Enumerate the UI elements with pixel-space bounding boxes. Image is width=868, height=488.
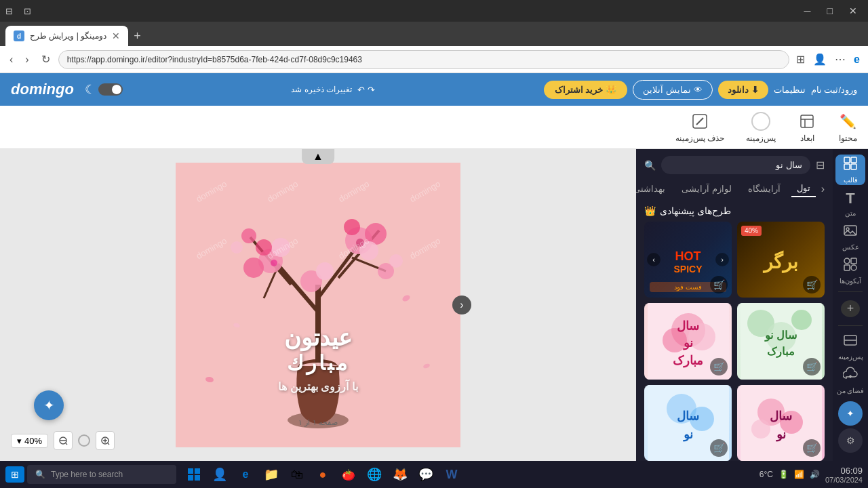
zoom-out-button[interactable] <box>54 431 73 450</box>
zoom-dropdown[interactable]: ▾ 40% <box>11 434 48 448</box>
sidebar-btn-template[interactable]: قالب <box>835 155 865 185</box>
zoom-in-button[interactable] <box>96 431 115 450</box>
taskbar-app-orange[interactable]: ● <box>311 462 335 487</box>
filter-button[interactable]: ⊟ <box>816 159 825 171</box>
ai-sidebar-button[interactable]: ✦ <box>838 401 863 426</box>
refresh-button[interactable]: ↻ <box>37 50 54 68</box>
tool-content[interactable]: ✏️ محتوا <box>838 112 857 143</box>
template-save-btn-4[interactable]: 🛒 <box>803 358 821 375</box>
taskbar-sound: 🔊 <box>810 470 820 479</box>
edge-icon[interactable]: e <box>851 51 863 68</box>
browser-menu-icon[interactable]: ⊟ <box>5 6 13 16</box>
taskbar-time[interactable]: 06:09 07/03/2024 <box>825 466 863 484</box>
online-preview-button[interactable]: 👁نمایش آنلاین <box>633 80 713 100</box>
template-save-btn-2[interactable]: 🛒 <box>803 276 821 293</box>
settings-button[interactable]: تنظیمات <box>774 85 806 95</box>
forward-button[interactable]: › <box>21 51 33 68</box>
bg-circle <box>751 112 770 131</box>
cat-tab-behdasht[interactable]: بهداشتی <box>636 181 671 197</box>
text-label: متن <box>845 209 856 217</box>
dimensions-icon <box>797 112 816 131</box>
taskbar-app-views[interactable] <box>182 462 206 487</box>
template-card-food2[interactable]: برگر 40% 🛒 <box>737 222 825 298</box>
sidebar-btn-cloud[interactable]: فضای من <box>835 365 865 396</box>
close-button[interactable]: ✕ <box>844 4 863 18</box>
active-tab[interactable]: d دومینگو | ویرایش طرح ✕ <box>5 26 128 46</box>
new-tab-button[interactable]: + <box>128 26 146 46</box>
add-element-button[interactable]: + <box>841 300 860 317</box>
taskbar-app-firefox[interactable]: 🦊 <box>388 462 412 487</box>
spring1-text: سالنومبارک <box>673 318 703 369</box>
new-window-icon[interactable]: ⊡ <box>24 6 31 16</box>
taskbar-app-store[interactable]: 🛍 <box>285 462 309 487</box>
svg-line-4 <box>696 118 703 125</box>
taskbar-app-pomodoro[interactable]: 🍅 <box>336 462 361 487</box>
tool-dimensions[interactable]: ابعاد <box>797 112 816 143</box>
taskbar-app-chrome[interactable]: 🌐 <box>362 462 387 487</box>
taskbar-app-folder[interactable]: 📁 <box>259 462 283 487</box>
svg-rect-67 <box>188 468 193 474</box>
design-canvas[interactable]: domingo domingo domingo domingo domingo … <box>176 163 460 447</box>
template-search-input[interactable] <box>661 156 810 174</box>
address-bar[interactable]: https://app.domingo.ir/editor?industryId… <box>58 50 789 69</box>
template-card-spring3[interactable]: سالنو 🛒 <box>644 385 732 462</box>
zoom-circle-indicator <box>78 434 90 447</box>
collapse-panel-button[interactable]: ▲ <box>302 149 334 164</box>
taskbar-search[interactable]: 🔍 Type here to search <box>27 465 176 484</box>
svg-line-40 <box>108 443 109 445</box>
svg-rect-59 <box>851 164 856 169</box>
template-save-btn-5[interactable]: 🛒 <box>710 439 728 457</box>
start-button[interactable]: ⊞ <box>5 466 24 483</box>
svg-rect-65 <box>851 265 856 270</box>
svg-point-25 <box>389 254 403 268</box>
template-prev-1[interactable]: ‹ <box>647 253 660 266</box>
back-button[interactable]: ‹ <box>5 51 17 68</box>
taskbar-app-chat[interactable]: 💬 <box>414 462 438 487</box>
undo-button[interactable]: ↶ <box>357 85 365 95</box>
template-card-food1[interactable]: HOT SPICY فست فود 🛒 ‹ › <box>644 222 732 298</box>
settings-sidebar-button[interactable]: ⚙ <box>838 428 863 453</box>
minimize-button[interactable]: ─ <box>799 4 816 18</box>
template-save-btn-1[interactable]: 🛒 <box>710 276 728 293</box>
taskbar-app-edge[interactable]: e <box>233 462 258 487</box>
canvas-expand-arrow[interactable]: › <box>452 296 471 314</box>
ai-button[interactable]: ✦ <box>34 390 64 420</box>
save-status: تغییرات ذخیره شد <box>291 85 352 94</box>
extensions-icon[interactable]: ⊞ <box>793 50 808 68</box>
sidebar-btn-text[interactable]: T متن <box>835 188 865 218</box>
right-panel: ⊟ 🔍 ‹ تول آرایشگاه لوازم آرایشی بهداشتی … <box>636 149 833 461</box>
template-card-spring1[interactable]: سالنومبارک 🛒 <box>644 303 732 380</box>
sidebar-btn-icon[interactable]: آیکون‌ها <box>835 255 865 285</box>
more-icon[interactable]: ⋯ <box>832 50 848 68</box>
taskbar-app-word[interactable]: W <box>439 462 464 487</box>
sidebar-btn-bg[interactable]: پس‌زمینه <box>835 331 865 362</box>
sidebar-btn-image[interactable]: عکس <box>835 222 865 252</box>
template-save-btn-3[interactable]: 🛒 <box>710 358 728 375</box>
template-next-1[interactable]: › <box>715 253 729 266</box>
theme-toggle[interactable]: ☾ <box>85 82 123 97</box>
redo-button[interactable]: ↷ <box>368 85 375 95</box>
tool-background[interactable]: پس‌زمینه <box>746 112 776 143</box>
login-button[interactable]: ورود/ثبت نام <box>811 85 857 95</box>
profile-icon[interactable]: 👤 <box>810 50 829 68</box>
icons-icon <box>843 257 858 275</box>
tab-close-button[interactable]: ✕ <box>112 30 120 41</box>
cat-tab-araishgah[interactable]: آرایشگاه <box>743 181 786 197</box>
template-card-spring2[interactable]: سال نومبارک 🛒 <box>737 303 825 380</box>
app-logo: domingo <box>11 81 74 98</box>
cat-tab-loazem[interactable]: لوازم آرایشی <box>676 181 737 197</box>
template-card-spring4[interactable]: سالنو 🛒 <box>737 385 825 462</box>
canvas-line1: عیدتون <box>176 324 460 351</box>
tool-remove-bg[interactable]: حذف پس‌زمینه <box>675 112 724 143</box>
toggle-track[interactable] <box>98 83 123 96</box>
crown-icon: 👑 <box>644 205 656 216</box>
template-save-btn-6[interactable]: 🛒 <box>803 439 821 457</box>
category-back-button[interactable]: ‹ <box>821 183 825 195</box>
canvas-line2: مبارك <box>176 351 460 375</box>
maximize-button[interactable]: □ <box>822 4 838 18</box>
cat-tab-tol[interactable]: تول <box>791 181 816 197</box>
download-button[interactable]: ⬇دانلود <box>718 81 768 99</box>
subscribe-button[interactable]: 👑خرید اشتراک <box>544 81 628 99</box>
panel-search-area: ⊟ 🔍 <box>636 149 833 181</box>
taskbar-app-person[interactable]: 👤 <box>208 462 232 487</box>
